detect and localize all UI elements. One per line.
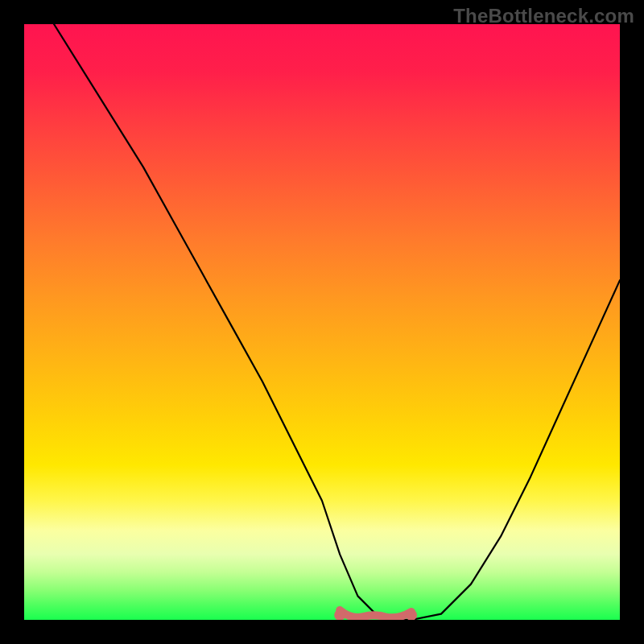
chart-frame: TheBottleneck.com: [0, 0, 644, 644]
plot-area: [24, 24, 620, 620]
trough-highlight: [340, 610, 411, 617]
watermark-text: TheBottleneck.com: [453, 5, 634, 27]
bottleneck-curve: [54, 24, 620, 620]
chart-svg: [24, 24, 620, 620]
